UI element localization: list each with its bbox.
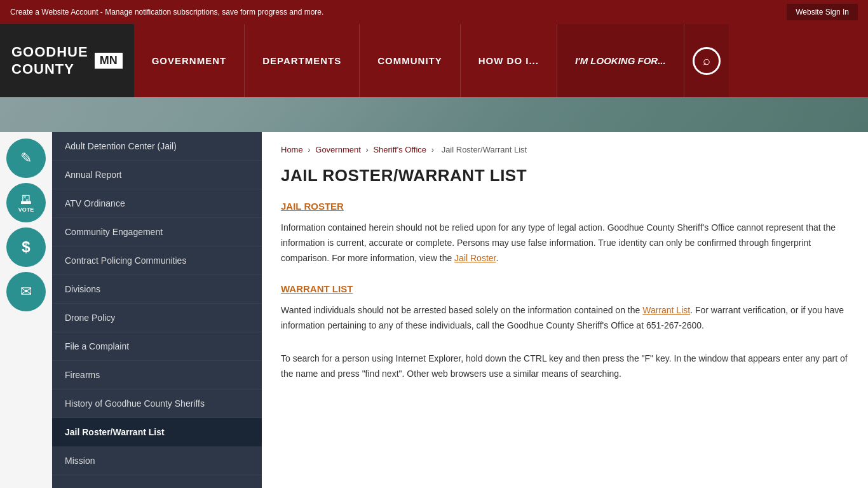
- warrant-list-link[interactable]: Warrant List: [642, 305, 690, 315]
- logo-line2: COUNTY: [11, 61, 88, 78]
- logo-line1: GOODHUE: [11, 44, 88, 60]
- top-bar: Create a Website Account - Manage notifi…: [0, 0, 868, 24]
- search-button[interactable]: ⌕: [684, 24, 729, 97]
- sidebar-nav: Adult Detention Center (Jail) Annual Rep…: [52, 132, 262, 488]
- nav-item-looking-for[interactable]: I'M LOOKING FOR...: [557, 24, 684, 97]
- sidebar-item-history[interactable]: History of Goodhue County Sheriffs: [52, 390, 262, 418]
- site-header: GOODHUE COUNTY MN GOVERNMENT DEPARTMENTS…: [0, 24, 868, 97]
- sidebar-icon-vote[interactable]: 🗳 VOTE: [6, 183, 46, 222]
- main-container: ✎ 🗳 VOTE $ ✉ Adult Detention Center (Jai…: [0, 132, 868, 488]
- top-bar-message: Create a Website Account - Manage notifi…: [10, 8, 323, 17]
- sidebar-item-drone-policy[interactable]: Drone Policy: [52, 304, 262, 332]
- warrant-list-heading[interactable]: WARRANT LIST: [281, 283, 353, 294]
- sidebar-item-contract-policing[interactable]: Contract Policing Communities: [52, 247, 262, 275]
- breadcrumb-government[interactable]: Government: [315, 145, 361, 154]
- vote-icon: 🗳: [20, 193, 32, 207]
- vote-label: VOTE: [18, 207, 34, 213]
- warrant-text-before: Wanted individuals should not be arreste…: [281, 305, 642, 315]
- sidebar-item-community-engagement[interactable]: Community Engagement: [52, 218, 262, 247]
- breadcrumb-sep3: ›: [431, 145, 437, 154]
- nav-item-howdoi[interactable]: HOW DO I...: [461, 24, 557, 97]
- sidebar-item-mission[interactable]: Mission: [52, 447, 262, 475]
- warrant-list-text: Wanted individuals should not be arreste…: [281, 303, 849, 334]
- sidebar-item-jail-roster[interactable]: Jail Roster/Warrant List: [52, 418, 262, 447]
- logo-state: MN: [95, 53, 123, 69]
- sidebar-item-adult-detention[interactable]: Adult Detention Center (Jail): [52, 132, 262, 161]
- sidebar-icons: ✎ 🗳 VOTE $ ✉: [0, 132, 52, 488]
- hero-image: [0, 97, 868, 132]
- logo-area: GOODHUE COUNTY MN: [0, 24, 134, 97]
- sidebar-icon-dollar[interactable]: $: [6, 227, 46, 267]
- dollar-icon: $: [22, 238, 30, 256]
- nav-item-government[interactable]: GOVERNMENT: [134, 24, 245, 97]
- breadcrumb-sheriffs-office[interactable]: Sheriff's Office: [373, 145, 426, 154]
- main-nav: GOVERNMENT DEPARTMENTS COMMUNITY HOW DO …: [134, 24, 868, 97]
- sidebar-item-firearms[interactable]: Firearms: [52, 361, 262, 390]
- breadcrumb-home[interactable]: Home: [281, 145, 303, 154]
- sidebar-item-annual-report[interactable]: Annual Report: [52, 161, 262, 189]
- nav-item-departments[interactable]: DEPARTMENTS: [245, 24, 360, 97]
- sidebar-icon-edit[interactable]: ✎: [6, 139, 46, 178]
- search-tip-text: To search for a person using Internet Ex…: [281, 351, 849, 382]
- sidebar-item-atv-ordinance[interactable]: ATV Ordinance: [52, 189, 262, 218]
- page-title: JAIL ROSTER/WARRANT LIST: [281, 166, 849, 186]
- mail-icon: ✉: [20, 283, 32, 300]
- breadcrumb-current: Jail Roster/Warrant List: [442, 145, 527, 154]
- breadcrumb-sep2: ›: [365, 145, 370, 154]
- sign-in-button[interactable]: Website Sign In: [787, 4, 858, 20]
- edit-icon: ✎: [20, 150, 32, 166]
- jail-roster-text-before: Information contained herein should not …: [281, 222, 836, 263]
- breadcrumb-sep1: ›: [308, 145, 313, 154]
- jail-roster-text-after: .: [496, 253, 498, 263]
- sidebar-item-file-complaint[interactable]: File a Complaint: [52, 332, 262, 361]
- content-area: Home › Government › Sheriff's Office › J…: [262, 132, 868, 488]
- jail-roster-heading[interactable]: JAIL ROSTER: [281, 201, 344, 212]
- nav-item-community[interactable]: COMMUNITY: [360, 24, 461, 97]
- search-icon: ⌕: [693, 47, 721, 75]
- jail-roster-link[interactable]: Jail Roster: [454, 253, 496, 263]
- breadcrumb: Home › Government › Sheriff's Office › J…: [281, 145, 849, 154]
- sidebar-icon-mail[interactable]: ✉: [6, 272, 46, 311]
- jail-roster-text: Information contained herein should not …: [281, 220, 849, 266]
- sidebar-item-divisions[interactable]: Divisions: [52, 275, 262, 304]
